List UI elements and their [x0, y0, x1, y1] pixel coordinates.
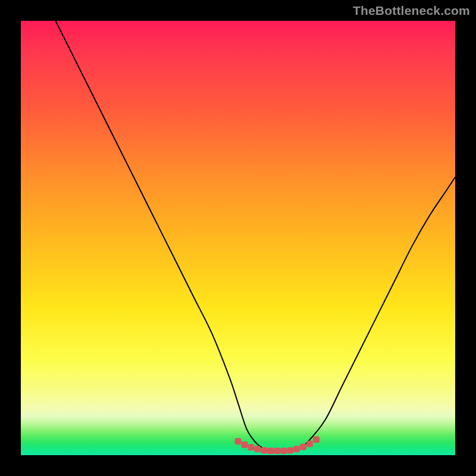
marker-point — [248, 444, 254, 450]
marker-point — [280, 447, 287, 454]
marker-point — [267, 447, 274, 454]
marker-point — [287, 447, 293, 453]
marker-point — [300, 444, 306, 450]
marker-point — [274, 447, 280, 454]
chart-svg — [21, 21, 455, 455]
marker-point — [241, 441, 248, 448]
marker-point — [261, 447, 267, 453]
sweet-spot-markers — [235, 436, 320, 454]
marker-point — [306, 441, 313, 447]
chart-frame: TheBottleneck.com — [0, 0, 476, 476]
marker-point — [235, 438, 242, 444]
watermark-text: TheBottleneck.com — [353, 4, 470, 18]
plot-area — [21, 21, 455, 455]
marker-point — [313, 436, 320, 443]
marker-point — [254, 446, 261, 452]
marker-point — [293, 446, 300, 452]
bottleneck-curve — [55, 21, 455, 451]
